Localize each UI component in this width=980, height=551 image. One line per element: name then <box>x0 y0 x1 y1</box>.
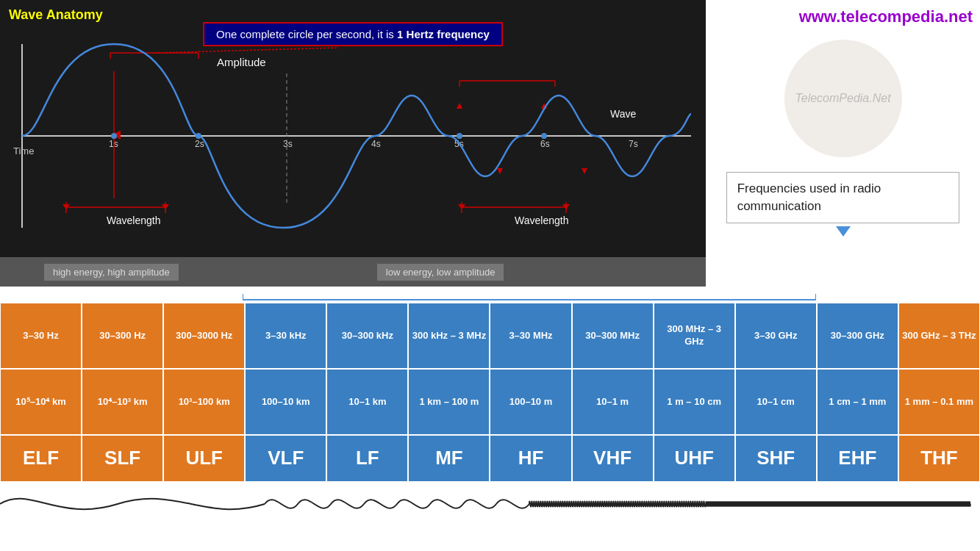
svg-text:Wavelength: Wavelength <box>107 215 160 226</box>
freq-cell-2-5: MF <box>408 435 490 482</box>
svg-point-36 <box>111 133 117 139</box>
svg-text:4s: 4s <box>371 139 381 149</box>
svg-text:Wave: Wave <box>610 108 636 120</box>
freq-cell-2-2: ULF <box>163 435 245 482</box>
freq-cell-0-1: 30–300 Hz <box>82 303 163 369</box>
bracket-row <box>0 287 980 303</box>
freq-cell-1-0: 10⁵–10⁴ km <box>0 369 82 435</box>
wave-illustration-row <box>0 482 980 526</box>
svg-text:3s: 3s <box>283 139 293 149</box>
freq-table-section: 3–30 Hz30–300 Hz300–3000 Hz3–30 kHz30–30… <box>0 287 980 551</box>
site-title: www.telecompedia.net <box>713 7 973 26</box>
freq-cell-1-2: 10³–100 km <box>163 369 245 435</box>
freq-cell-0-3: 3–30 kHz <box>245 303 326 369</box>
wave-diagram: Wave Anatomy One complete circle per sec… <box>0 0 706 287</box>
freq-cell-2-6: HF <box>490 435 571 482</box>
freq-row-1: 10⁵–10⁴ km10⁴–10³ km10³–100 km100–10 km1… <box>0 369 980 435</box>
freq-cell-0-11: 300 GHz – 3 THz <box>898 303 980 369</box>
freq-cell-1-4: 10–1 km <box>326 369 408 435</box>
freq-cell-2-7: VHF <box>572 435 654 482</box>
freq-cell-1-5: 1 km – 100 m <box>408 369 490 435</box>
svg-marker-40 <box>457 103 462 109</box>
freq-cell-2-11: THF <box>898 435 980 482</box>
freq-cell-0-0: 3–30 Hz <box>0 303 82 369</box>
freq-cell-1-9: 10–1 cm <box>735 369 817 435</box>
bottom-labels: high energy, high amplitude low energy, … <box>0 257 706 287</box>
freq-cell-0-7: 30–300 MHz <box>572 303 654 369</box>
freq-cell-2-8: UHF <box>654 435 735 482</box>
bracket-svg <box>243 287 816 303</box>
svg-text:6s: 6s <box>540 139 550 149</box>
freq-cell-0-10: 30–300 GHz <box>817 303 898 369</box>
freq-cell-1-7: 10–1 m <box>572 369 654 435</box>
freq-cell-2-9: SHF <box>735 435 817 482</box>
low-energy-label: low energy, low amplitude <box>377 264 504 281</box>
freq-row-0: 3–30 Hz30–300 Hz300–3000 Hz3–30 kHz30–30… <box>0 303 980 369</box>
arrow-down-icon <box>836 226 851 237</box>
freq-cell-2-0: ELF <box>0 435 82 482</box>
freq-row-2: ELFSLFULFVLFLFMFHFVHFUHFSHFEHFTHF <box>0 435 980 482</box>
freq-cell-1-6: 100–10 m <box>490 369 571 435</box>
freq-cell-0-6: 3–30 MHz <box>490 303 571 369</box>
high-energy-label: high energy, high amplitude <box>44 264 179 281</box>
freq-cell-0-5: 300 kHz – 3 MHz <box>408 303 490 369</box>
freq-cell-0-4: 30–300 kHz <box>326 303 408 369</box>
freq-cell-1-3: 100–10 km <box>245 369 326 435</box>
freq-info-box: Frequencies used in radio communication <box>726 172 960 223</box>
freq-cell-0-2: 300–3000 Hz <box>163 303 245 369</box>
freq-cell-2-3: VLF <box>245 435 326 482</box>
watermark-circle: TelecomPedia.Net <box>784 40 902 157</box>
svg-text:Amplitude: Amplitude <box>217 56 266 68</box>
svg-point-39 <box>541 133 547 139</box>
freq-cell-2-1: SLF <box>82 435 163 482</box>
freq-cell-1-11: 1 mm – 0.1 mm <box>898 369 980 435</box>
right-panel: www.telecompedia.net TelecomPedia.Net Fr… <box>706 0 980 287</box>
freq-cell-1-8: 1 m – 10 cm <box>654 369 735 435</box>
freq-cell-0-9: 3–30 GHz <box>735 303 817 369</box>
watermark-text: TelecomPedia.Net <box>795 92 890 105</box>
wave-svg: Time 1s 2s 3s 4s 5s 6s 7s Amplitude Wave… <box>0 0 706 250</box>
freq-cell-1-10: 1 cm – 1 mm <box>817 369 898 435</box>
freq-cell-0-8: 300 MHz – 3 GHz <box>654 303 735 369</box>
svg-text:7s: 7s <box>629 139 638 149</box>
freq-cell-2-4: LF <box>326 435 408 482</box>
svg-marker-42 <box>497 168 503 174</box>
svg-text:Wavelength: Wavelength <box>515 215 568 226</box>
svg-marker-43 <box>582 168 587 174</box>
svg-line-32 <box>154 48 338 53</box>
top-section: Wave Anatomy One complete circle per sec… <box>0 0 980 287</box>
freq-cell-2-10: EHF <box>817 435 898 482</box>
svg-point-38 <box>457 133 462 139</box>
svg-text:Time: Time <box>13 145 34 156</box>
freq-cell-1-1: 10⁴–10³ km <box>82 369 163 435</box>
svg-text:2s: 2s <box>195 139 204 149</box>
